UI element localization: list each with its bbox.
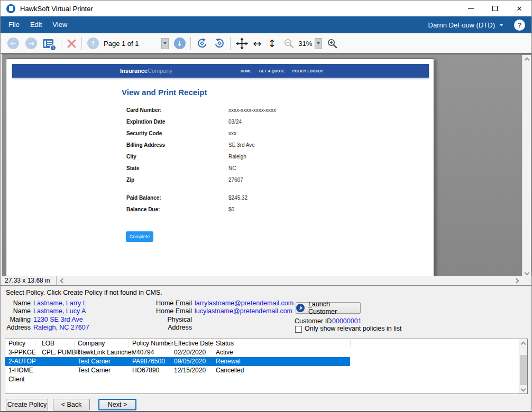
scroll-up-icon[interactable] [525, 58, 530, 63]
rotate-left-icon[interactable] [196, 38, 208, 49]
launch-customer-label: Launch Customer [308, 301, 360, 315]
fit-width-icon[interactable]: ↔ [253, 39, 262, 49]
table-row[interactable]: 1-HOMETest CarrierHO6789012/15/2020Cance… [5, 366, 527, 375]
page-up-icon[interactable]: ↑ [87, 38, 99, 49]
scroll-down-icon[interactable] [525, 270, 530, 276]
table-cell: Renewal [216, 357, 241, 366]
info-label: Mailing [3, 316, 31, 323]
menu-file[interactable]: File [3, 16, 25, 33]
field-label: State [126, 165, 228, 171]
document-title: View and Print Receipt [122, 88, 207, 97]
receipt-field: Zip27607 [126, 177, 348, 183]
receipt-total: Balance Due:$0 [126, 207, 348, 212]
maximize-button[interactable] [483, 1, 507, 16]
table-vertical-scrollbar[interactable] [519, 339, 527, 394]
table-cell: Test Carrier [78, 357, 111, 366]
table-row[interactable]: 2-AUTOPTest CarrierPA987650009/05/2020Re… [5, 357, 527, 366]
preview-vertical-scrollbar[interactable] [522, 55, 531, 276]
table-cell: 02/20/2020 [174, 348, 206, 357]
info-value: Lastname, Larry L [33, 299, 87, 307]
window-title: HawkSoft Virtual Printer [20, 5, 458, 13]
thumbnails-icon[interactable]: 1 [43, 39, 53, 48]
menu-right: Darrin DeFouw (DTD) ? [428, 20, 525, 31]
fit-page-icon[interactable] [236, 38, 248, 50]
info-value: 1230 SE 3rd Ave [33, 316, 83, 323]
menu-edit[interactable]: Edit [25, 16, 47, 33]
next-button[interactable]: Next > [98, 399, 136, 410]
column-separator [35, 340, 35, 347]
info-value: Lastname, Lucy A [33, 307, 86, 315]
table-cell: Client [8, 375, 25, 384]
page-count-badge: 1 [50, 44, 57, 51]
scroll-up-icon[interactable] [521, 342, 526, 347]
column-header-effective-date[interactable]: Effective Date [174, 339, 213, 348]
menu-view[interactable]: View [47, 16, 72, 33]
scroll-right-icon[interactable] [514, 278, 519, 284]
page-dropdown[interactable] [161, 38, 169, 49]
receipt-field: Expiration Date03/24 [126, 119, 348, 125]
column-header-policy-number[interactable]: Policy Number [132, 339, 173, 348]
help-icon[interactable]: ? [514, 20, 525, 31]
page-down-icon[interactable]: ↓ [174, 38, 186, 49]
field-value: SE 3rd Ave [228, 142, 255, 148]
field-value: xxx [228, 130, 236, 136]
field-label: Paid Balance: [126, 195, 228, 201]
toolbar-separator [230, 37, 231, 50]
table-cell: 12/15/2020 [174, 366, 206, 375]
column-header-lob[interactable]: LOB [42, 339, 54, 348]
document-header-bar: InsuranceCompany HOMEGET A QUOTEPOLICY L… [12, 64, 429, 78]
toolbar-separator [81, 37, 82, 50]
field-label: Zip [126, 177, 228, 183]
table-cell: HawkLink Launcher [78, 348, 133, 357]
zoom-dropdown[interactable] [315, 38, 322, 49]
fit-height-icon[interactable]: ↕ [268, 39, 276, 49]
rotate-right-icon[interactable] [214, 38, 225, 49]
document-nav: HOMEGET A QUOTEPOLICY LOOKUP [241, 64, 324, 78]
column-header-status[interactable]: Status [216, 339, 234, 348]
table-cell: Active [216, 348, 233, 357]
delete-page-icon[interactable] [67, 39, 77, 49]
field-value: NC [228, 165, 236, 171]
column-header-policy[interactable]: Policy [8, 339, 25, 348]
table-cell: 2-AUTOP [8, 357, 36, 366]
table-cell: Test Carrier [78, 366, 111, 375]
scrollbar-thumb[interactable] [520, 355, 527, 385]
table-cell: 1-HOME [8, 366, 33, 375]
toolbar-separator [190, 37, 191, 50]
zoom-level: 31% [298, 40, 312, 48]
preview-horizontal-scrollbar[interactable] [57, 276, 522, 285]
relevant-policies-checkbox[interactable] [295, 326, 302, 333]
table-cell: Cancelled [216, 366, 244, 375]
info-label: Physical [154, 316, 192, 323]
zoom-in-icon[interactable] [327, 38, 338, 49]
back-button[interactable]: < Back [53, 399, 90, 410]
field-label: City [126, 154, 228, 160]
policy-table-header: PolicyLOBCompanyPolicy NumberEffective D… [5, 339, 527, 348]
info-label: Address [3, 324, 31, 331]
zoom-out-icon[interactable] [283, 38, 295, 49]
launch-customer-button[interactable]: Launch Customer [296, 302, 361, 314]
table-cell: CPL, PUMBR [42, 348, 80, 357]
column-separator [170, 340, 171, 347]
table-row[interactable]: Client [5, 375, 527, 384]
status-bar: 27.33 x 13.68 in [1, 276, 531, 286]
close-button[interactable]: ✕ [507, 1, 531, 16]
receipt-field: Security Codexxx [126, 130, 348, 136]
create-policy-button[interactable]: Create Policy [6, 399, 48, 410]
table-cell: V40794 [132, 348, 154, 357]
scroll-left-icon[interactable] [60, 278, 66, 284]
table-cell: 09/05/2020 [174, 357, 206, 366]
user-menu[interactable]: Darrin DeFouw (DTD) [428, 21, 495, 29]
chevron-down-icon[interactable] [499, 24, 503, 26]
minimize-button[interactable] [458, 1, 483, 16]
table-row[interactable]: 3-PPKGECPL, PUMBRHawkLink LauncherV40794… [5, 348, 527, 357]
info-value: Raleigh, NC 27607 [33, 324, 89, 331]
scroll-down-icon[interactable] [521, 387, 526, 392]
forward-icon[interactable]: → [25, 38, 37, 49]
back-icon[interactable]: ← [7, 38, 19, 49]
doc-nav-link: POLICY LOOKUP [292, 69, 324, 73]
customer-id-value: 00000001 [332, 317, 362, 325]
toolbar-separator [61, 37, 61, 50]
policy-table-body: 3-PPKGECPL, PUMBRHawkLink LauncherV40794… [5, 348, 527, 384]
column-header-company[interactable]: Company [78, 339, 105, 348]
